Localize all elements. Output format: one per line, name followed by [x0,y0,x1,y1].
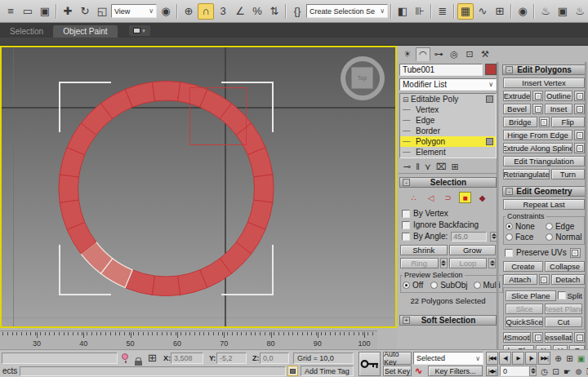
previous-frame-button[interactable]: ◀| [499,352,511,365]
object-color-swatch[interactable] [485,64,497,75]
tube-polygon-selected[interactable] [59,175,78,202]
tab-utilities[interactable]: ⚒ [478,47,492,61]
adaptive-degradation-icon[interactable] [287,366,298,376]
bridge-settings-button[interactable] [539,117,550,127]
zoom-icon[interactable]: ⊕ [553,352,564,365]
flip-button[interactable]: Flip [551,117,586,127]
ribbon-minimize-button[interactable]: ▾ [129,25,150,36]
preview-multi-radio[interactable] [474,282,481,289]
ring-button[interactable]: Ring [400,258,439,268]
edge-subobject-icon[interactable]: ◁ [425,192,437,203]
select-and-move-icon[interactable]: ✚ [60,3,76,20]
named-selection-set-dropdown[interactable]: Create Selection Se∨ [306,4,388,18]
polygon-subobject-icon[interactable]: ■ [459,192,471,203]
absolute-offset-mode-icon[interactable]: ⊞ [148,352,157,364]
stack-item-element[interactable]: ╌╌Element [400,147,496,157]
material-editor-icon[interactable]: ◉ [514,3,531,20]
extrude-along-spline-settings-button[interactable] [574,143,585,153]
current-frame-field[interactable]: 0 [500,366,529,376]
tessellate-settings-button[interactable] [574,332,585,343]
repeat-last-button[interactable]: Repeat Last [503,199,585,210]
collapse-button[interactable]: Collapse [545,261,585,272]
play-button[interactable]: ▶ [512,352,524,365]
rectangular-selection-region-icon[interactable]: ▭ [20,3,36,20]
create-button[interactable]: Create [503,261,543,272]
modifier-stack[interactable]: ⊟Editable Poly╌╌Vertex╌╌Edge╌╌Border╌╌Po… [399,93,497,158]
panel-scrollbar[interactable] [585,62,587,349]
spinner-snap-icon[interactable]: ⇅ [266,3,283,20]
render-production-icon[interactable]: ♨ [572,3,588,20]
percent-snap-icon[interactable]: % [249,3,265,20]
align-icon[interactable]: ⊪ [412,3,428,20]
constraint-normal-radio[interactable] [546,233,553,241]
y-coordinate-field[interactable]: -5,2 [216,353,247,364]
select-by-name-icon[interactable]: ≡ [2,3,19,20]
tab-motion[interactable]: ◎ [447,47,461,61]
split-checkbox[interactable] [558,291,566,299]
reference-coordinate-dropdown[interactable]: View∨ [111,4,157,18]
isolate-selection-icon[interactable] [122,353,128,360]
extrude-button[interactable]: Extrude [503,91,531,101]
by-vertex-checkbox[interactable] [402,210,410,218]
vertex-subobject-icon[interactable]: ∴ [408,192,420,203]
extrude-along-spline-button[interactable]: Extrude Along Spline [503,143,572,153]
bevel-settings-button[interactable] [532,104,543,114]
make-unique-icon[interactable]: ⋎ [425,162,431,172]
cut-button[interactable]: Cut [545,317,582,327]
insert-vertex-button[interactable]: Insert Vertex [503,78,585,88]
frame-spinner[interactable] [529,366,537,376]
configure-modifier-sets-icon[interactable]: ⊞ [452,162,459,172]
graphite-modeling-tools-icon[interactable]: ▦ [457,3,474,20]
quickslice-button[interactable]: QuickSlice [506,317,543,327]
show-end-result-icon[interactable]: ‖ [416,162,420,171]
z-coordinate-field[interactable]: 0,0 [260,353,289,364]
element-subobject-icon[interactable]: ◆ [476,192,488,203]
viewcube-face-top[interactable]: Top [351,67,373,89]
snap-3d-icon[interactable]: 3 [215,3,231,20]
loop-spinner[interactable] [488,258,496,268]
edit-named-selection-sets-icon[interactable]: {} [289,3,305,20]
selection-set-dropdown[interactable]: Selected ∨ [413,352,483,365]
set-key-button[interactable]: Set Key [383,366,412,376]
preserve-uvs-checkbox[interactable] [505,249,513,257]
border-subobject-icon[interactable]: ⊃ [442,192,454,203]
ring-spinner[interactable] [440,258,448,268]
slice-button[interactable]: Slice [506,304,543,314]
snaps-toggle-icon[interactable]: ∩ [198,3,214,20]
edit-geometry-rollout-header[interactable]: - Edit Geometry [502,186,586,197]
stack-item-border[interactable]: ╌╌Border [400,126,496,136]
tab-create[interactable]: ☀ [400,47,415,61]
preview-off-radio[interactable] [403,282,410,289]
edit-polygons-rollout-header[interactable]: - Edit Polygons [502,64,586,75]
add-time-tag[interactable]: Add Time Tag [301,366,354,376]
attach-settings-button[interactable] [539,274,550,285]
pin-stack-icon[interactable]: ⊸ [403,162,411,172]
preview-subobj-radio[interactable] [430,282,438,289]
extrude-settings-button[interactable] [532,91,543,101]
stack-item-polygon[interactable]: ╌╌Polygon [400,136,496,147]
selection-rollout-header[interactable]: - Selection [399,177,497,188]
hinge-from-edge-button[interactable]: Hinge From Edge [503,130,572,140]
next-frame-button[interactable]: |▶ [525,352,537,365]
object-name-field[interactable]: Tube001 [399,64,483,76]
timeline-ruler[interactable]: 30405060708090100 [0,330,377,348]
stack-item-vertex[interactable]: ╌╌Vertex [400,104,496,115]
hinge-settings-button[interactable] [574,130,585,140]
viewport-top[interactable]: Top [0,46,397,328]
maximize-viewport-icon[interactable]: ❒ [585,365,588,377]
viewcube[interactable]: Top [339,55,386,102]
zoom-all-icon[interactable]: ⊞ [564,352,575,365]
stack-item-edge[interactable]: ╌╌Edge [400,115,496,126]
bridge-button[interactable]: Bridge [503,117,537,127]
ribbon-tab-object-paint[interactable]: Object Paint [53,25,117,38]
layer-manager-icon[interactable]: ≣ [434,3,451,20]
angle-snap-icon[interactable]: ∠ [232,3,248,20]
tube-polygon-selected[interactable] [152,276,180,295]
window-crossing-icon[interactable]: ▣ [37,3,53,20]
tab-modify[interactable]: ◠ [416,47,430,61]
constraint-edge-radio[interactable] [546,223,553,230]
bevel-button[interactable]: Bevel [503,104,531,114]
pan-icon[interactable]: ☛ [562,365,572,377]
outline-button[interactable]: Outline [545,91,572,101]
mini-listener-field[interactable] [2,353,118,364]
